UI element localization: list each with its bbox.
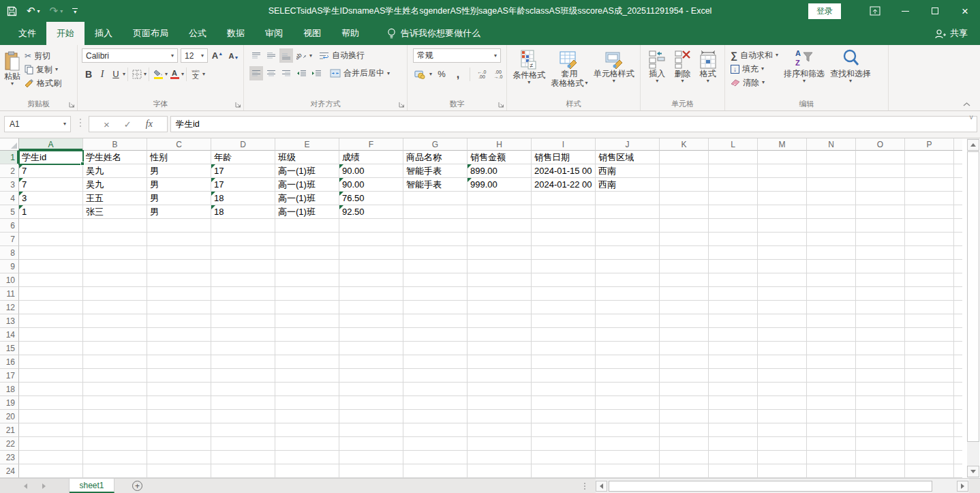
cell-L5[interactable] xyxy=(709,205,758,219)
tab-file[interactable]: 文件 xyxy=(8,22,46,45)
cell-J11[interactable] xyxy=(596,287,660,301)
column-header-B[interactable]: B xyxy=(83,138,147,151)
cell-P5[interactable] xyxy=(905,205,954,219)
number-format-combo[interactable]: 常规▾ xyxy=(413,48,501,63)
cell-L15[interactable] xyxy=(709,342,758,355)
cell-D9[interactable] xyxy=(211,260,275,273)
cell-I2[interactable]: 2024-01-15 00 xyxy=(532,164,596,178)
cell-partial-16[interactable] xyxy=(954,355,962,369)
cut-button[interactable]: ✂ 剪切 xyxy=(25,49,61,63)
cell-M3[interactable] xyxy=(758,178,807,192)
cell-G16[interactable] xyxy=(403,355,468,369)
cell-O2[interactable] xyxy=(856,164,905,178)
cell-K18[interactable] xyxy=(660,383,709,396)
cell-partial-17[interactable] xyxy=(954,369,962,383)
autosum-button[interactable]: ∑ 自动求和 ▾ xyxy=(731,48,778,62)
cell-I18[interactable] xyxy=(532,383,596,396)
cell-J24[interactable] xyxy=(596,464,660,478)
cell-F2[interactable]: 90.00 xyxy=(339,164,403,178)
row-header-4[interactable]: 4 xyxy=(0,192,19,205)
cell-D18[interactable] xyxy=(211,383,275,396)
column-header-C[interactable]: C xyxy=(147,138,211,151)
cell-L4[interactable] xyxy=(709,192,758,205)
cell-partial-2[interactable] xyxy=(954,164,962,178)
column-header-P[interactable]: P xyxy=(905,138,954,151)
row-header-2[interactable]: 2 xyxy=(0,164,19,178)
cell-C21[interactable] xyxy=(147,423,211,437)
cell-I8[interactable] xyxy=(532,246,596,260)
cell-O8[interactable] xyxy=(856,246,905,260)
cell-G23[interactable] xyxy=(403,451,468,464)
cell-O10[interactable] xyxy=(856,273,905,287)
cell-D8[interactable] xyxy=(211,246,275,260)
cell-G13[interactable] xyxy=(403,314,468,328)
cell-O21[interactable] xyxy=(856,423,905,437)
cell-I17[interactable] xyxy=(532,369,596,383)
cell-B18[interactable] xyxy=(83,383,147,396)
cell-K14[interactable] xyxy=(660,328,709,342)
cell-J23[interactable] xyxy=(596,451,660,464)
cell-partial-6[interactable] xyxy=(954,219,962,233)
cell-M16[interactable] xyxy=(758,355,807,369)
cell-K12[interactable] xyxy=(660,301,709,314)
cell-F12[interactable] xyxy=(339,301,403,314)
cell-A14[interactable] xyxy=(19,328,83,342)
cell-L1[interactable] xyxy=(709,151,758,164)
delete-cells-button[interactable]: 删除 ▾ xyxy=(674,46,692,84)
select-all-corner[interactable] xyxy=(0,138,19,151)
cell-partial-23[interactable] xyxy=(954,451,962,464)
cell-M6[interactable] xyxy=(758,219,807,233)
cell-D22[interactable] xyxy=(211,437,275,451)
cell-C23[interactable] xyxy=(147,451,211,464)
cell-H2[interactable]: 899.00 xyxy=(468,164,532,178)
cell-L11[interactable] xyxy=(709,287,758,301)
cell-B15[interactable] xyxy=(83,342,147,355)
cell-L9[interactable] xyxy=(709,260,758,273)
cell-P14[interactable] xyxy=(905,328,954,342)
cell-O19[interactable] xyxy=(856,396,905,410)
tab-插入[interactable]: 插入 xyxy=(85,22,123,45)
row-header-22[interactable]: 22 xyxy=(0,437,19,451)
cell-O20[interactable] xyxy=(856,410,905,423)
cell-E9[interactable] xyxy=(275,260,339,273)
cell-C22[interactable] xyxy=(147,437,211,451)
cell-A9[interactable] xyxy=(19,260,83,273)
cell-C2[interactable]: 男 xyxy=(147,164,211,178)
cell-M18[interactable] xyxy=(758,383,807,396)
cell-L10[interactable] xyxy=(709,273,758,287)
align-top-icon[interactable] xyxy=(249,48,263,63)
cell-M13[interactable] xyxy=(758,314,807,328)
cell-C1[interactable]: 性别 xyxy=(147,151,211,164)
cell-H3[interactable]: 999.00 xyxy=(468,178,532,192)
cell-B7[interactable] xyxy=(83,233,147,246)
cell-B9[interactable] xyxy=(83,260,147,273)
cell-E8[interactable] xyxy=(275,246,339,260)
cell-J13[interactable] xyxy=(596,314,660,328)
cell-A1[interactable]: 学生id xyxy=(19,151,83,164)
cell-P10[interactable] xyxy=(905,273,954,287)
fill-button[interactable]: ↓ 填充 ▾ xyxy=(731,62,778,76)
cell-D12[interactable] xyxy=(211,301,275,314)
cell-D6[interactable] xyxy=(211,219,275,233)
cell-D16[interactable] xyxy=(211,355,275,369)
vertical-scrollbar[interactable] xyxy=(967,138,979,478)
cell-L16[interactable] xyxy=(709,355,758,369)
cell-K23[interactable] xyxy=(660,451,709,464)
cell-O15[interactable] xyxy=(856,342,905,355)
cell-G11[interactable] xyxy=(403,287,468,301)
sheet-tab-sheet1[interactable]: sheet1 xyxy=(70,479,114,493)
column-header-M[interactable]: M xyxy=(758,138,807,151)
cell-A13[interactable] xyxy=(19,314,83,328)
cell-M15[interactable] xyxy=(758,342,807,355)
cell-B1[interactable]: 学生姓名 xyxy=(83,151,147,164)
increase-indent-icon[interactable] xyxy=(309,66,323,80)
cell-B3[interactable]: 吴九 xyxy=(83,178,147,192)
alignment-dialog-launcher-icon[interactable] xyxy=(399,102,405,108)
cell-N11[interactable] xyxy=(807,287,856,301)
cell-K6[interactable] xyxy=(660,219,709,233)
cell-L6[interactable] xyxy=(709,219,758,233)
row-header-20[interactable]: 20 xyxy=(0,410,19,423)
cell-J22[interactable] xyxy=(596,437,660,451)
cell-E17[interactable] xyxy=(275,369,339,383)
cell-K13[interactable] xyxy=(660,314,709,328)
